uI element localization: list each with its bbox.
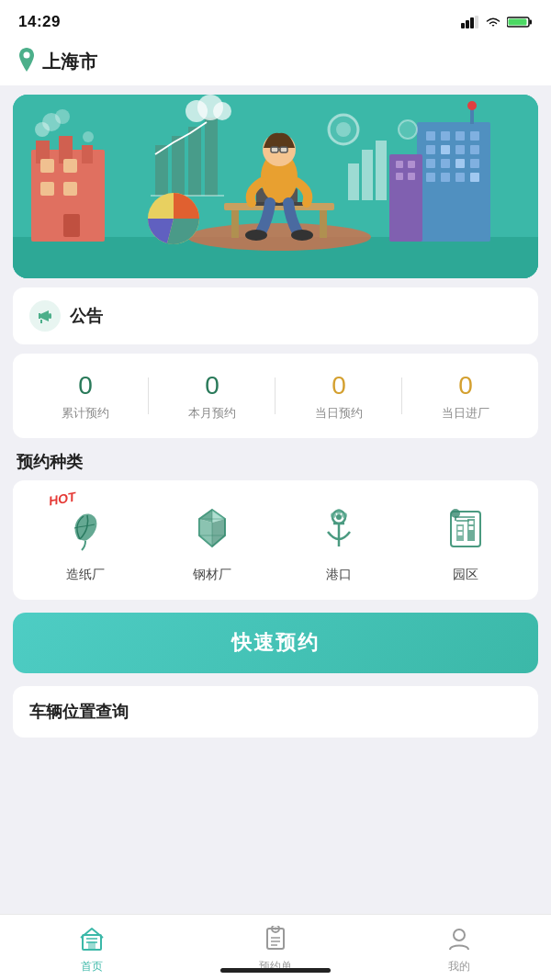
stat-monthly-number: 0	[205, 370, 219, 401]
announcement-text: 公告	[70, 305, 103, 327]
stat-factory-number: 0	[458, 370, 473, 401]
svg-point-63	[467, 101, 477, 110]
profile-nav-icon	[446, 926, 472, 955]
steel-factory-icon	[188, 504, 236, 552]
location-text: 上海市	[42, 50, 97, 74]
hero-banner	[13, 95, 538, 278]
svg-point-23	[187, 223, 371, 251]
paper-factory-icon	[62, 504, 109, 552]
svg-rect-13	[82, 145, 93, 163]
stat-cumulative-label: 累计预约	[62, 405, 109, 422]
svg-rect-95	[458, 526, 463, 530]
svg-rect-48	[455, 131, 465, 141]
stat-monthly-label: 本月预约	[188, 405, 236, 422]
steel-factory-label: 钢材厂	[193, 567, 231, 583]
vehicle-section: 车辆位置查询	[13, 686, 538, 738]
svg-rect-66	[408, 161, 415, 168]
home-nav-icon	[79, 926, 105, 955]
hero-illustration	[13, 95, 538, 278]
svg-point-35	[291, 230, 313, 241]
port-label: 港口	[326, 567, 352, 583]
battery-icon	[507, 16, 533, 28]
park-label: 园区	[453, 567, 478, 583]
svg-rect-3	[475, 16, 478, 28]
svg-rect-97	[469, 521, 474, 524]
location-bar[interactable]: 上海市	[0, 40, 551, 85]
categories-grid: HOT 造纸厂	[13, 480, 538, 600]
svg-rect-46	[426, 131, 435, 141]
svg-rect-57	[470, 159, 479, 168]
svg-point-88	[336, 514, 342, 520]
svg-rect-65	[396, 161, 403, 168]
svg-rect-98	[469, 526, 474, 530]
stat-cumulative: 0 累计预约	[22, 370, 149, 422]
svg-rect-0	[461, 23, 465, 28]
svg-point-73	[336, 122, 351, 137]
svg-rect-52	[455, 145, 465, 154]
svg-point-109	[275, 928, 277, 930]
nav-profile[interactable]: 我的	[367, 922, 551, 974]
svg-rect-69	[348, 163, 359, 200]
quick-reserve-text: 快速预约	[231, 631, 320, 654]
svg-rect-25	[231, 210, 239, 238]
svg-rect-16	[40, 182, 54, 196]
svg-point-89	[336, 509, 342, 514]
stats-bar: 0 累计预约 0 本月预约 0 当日预约 0 当日进厂	[13, 354, 538, 438]
svg-rect-50	[426, 145, 435, 154]
megaphone-icon	[36, 307, 54, 325]
svg-rect-70	[362, 150, 373, 200]
quick-reserve-button[interactable]: 快速预约	[13, 613, 538, 673]
category-port[interactable]: 港口	[276, 497, 402, 583]
svg-rect-17	[63, 182, 77, 196]
svg-point-74	[399, 120, 417, 139]
svg-rect-6	[509, 19, 527, 26]
category-steel-factory[interactable]: 钢材厂	[149, 497, 276, 583]
svg-rect-2	[470, 17, 474, 28]
svg-rect-51	[441, 145, 450, 154]
svg-rect-18	[63, 214, 80, 237]
wifi-icon	[485, 16, 501, 28]
park-icon-wrap	[434, 497, 497, 559]
status-bar: 14:29	[0, 0, 551, 40]
nav-home[interactable]: 首页	[0, 922, 184, 974]
vehicle-section-title: 车辆位置查询	[29, 703, 129, 721]
stat-cumulative-number: 0	[78, 370, 93, 401]
svg-rect-55	[441, 159, 450, 168]
svg-rect-1	[466, 20, 469, 28]
paper-factory-label: 造纸厂	[66, 567, 105, 583]
svg-rect-38	[188, 127, 201, 196]
svg-point-21	[55, 109, 70, 124]
svg-point-90	[331, 513, 336, 518]
nav-profile-label: 我的	[448, 959, 470, 974]
svg-point-91	[342, 513, 347, 518]
svg-point-113	[454, 929, 465, 941]
nav-home-label: 首页	[81, 959, 103, 974]
svg-rect-39	[205, 118, 218, 196]
svg-rect-58	[426, 173, 435, 182]
stat-daily-number: 0	[332, 370, 346, 401]
svg-rect-71	[376, 141, 387, 200]
reservations-nav-icon	[263, 926, 288, 955]
svg-rect-56	[455, 159, 465, 168]
category-paper-factory[interactable]: HOT 造纸厂	[22, 497, 149, 583]
paper-factory-icon-wrap: HOT	[54, 497, 117, 559]
svg-rect-59	[441, 173, 450, 182]
svg-rect-5	[530, 20, 533, 25]
svg-rect-15	[63, 159, 77, 173]
svg-rect-64	[389, 154, 422, 242]
location-pin-icon	[17, 48, 37, 76]
nav-reservations[interactable]: 预约单	[184, 922, 367, 974]
svg-point-43	[213, 102, 231, 120]
svg-rect-14	[40, 159, 54, 173]
stat-daily: 0 当日预约	[276, 370, 402, 422]
category-park[interactable]: 园区	[402, 497, 529, 583]
svg-rect-31	[271, 147, 278, 152]
announcement-bar[interactable]: 公告	[13, 287, 538, 344]
svg-marker-81	[199, 519, 212, 546]
svg-rect-60	[455, 173, 465, 182]
stat-monthly: 0 本月预约	[149, 370, 276, 422]
svg-rect-32	[280, 147, 287, 152]
status-icons	[461, 16, 533, 28]
svg-rect-61	[470, 173, 479, 182]
svg-marker-80	[212, 519, 225, 546]
